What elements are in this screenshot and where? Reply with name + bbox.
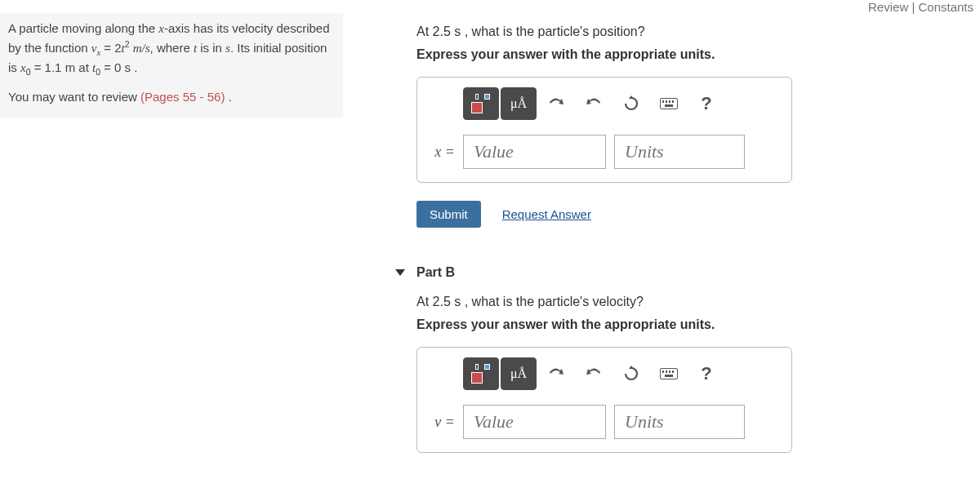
part-b-variable: v = (430, 414, 455, 431)
part-b-header[interactable]: Part B (395, 265, 972, 280)
pages-link[interactable]: (Pages 55 - 56) (140, 90, 225, 104)
templates-button[interactable] (463, 87, 499, 120)
review-prefix: You may want to review (8, 90, 140, 104)
review-suffix: . (225, 90, 231, 104)
answer-panel: At 2.5 s , what is the particle's positi… (376, 0, 972, 453)
redo-icon (586, 367, 602, 380)
part-a-answer-box: μÅ ? x = (416, 77, 792, 183)
problem-text: A particle moving along the x-axis has i… (8, 20, 333, 78)
templates-icon (471, 364, 491, 384)
units-symbol-button[interactable]: μÅ (501, 357, 537, 390)
templates-icon (471, 94, 491, 113)
part-a-input-row: x = (430, 135, 778, 169)
part-b-units-input[interactable] (614, 405, 745, 439)
units-symbol-button[interactable]: μÅ (501, 87, 537, 120)
part-b-answer-box: μÅ ? v = (416, 347, 792, 453)
part-a-variable: x = (430, 144, 455, 161)
part-a-toolbar: μÅ ? (463, 87, 778, 120)
review-hint: You may want to review (Pages 55 - 56) . (8, 88, 333, 106)
chevron-down-icon (395, 269, 405, 276)
undo-button[interactable] (538, 87, 574, 120)
part-a-value-input[interactable] (463, 135, 606, 169)
part-a-submit-row: Submit Request Answer (416, 201, 972, 228)
redo-button[interactable] (576, 87, 612, 120)
problem-statement-panel: A particle moving along the x-axis has i… (0, 13, 343, 118)
part-a-units-input[interactable] (614, 135, 745, 169)
part-b-value-input[interactable] (463, 405, 606, 439)
undo-button[interactable] (538, 357, 574, 390)
part-b-toolbar: μÅ ? (463, 357, 778, 390)
keyboard-button[interactable] (651, 87, 687, 120)
reset-button[interactable] (613, 87, 649, 120)
reset-button[interactable] (613, 357, 649, 390)
part-a-instruction: Express your answer with the appropriate… (416, 47, 972, 62)
reset-icon (623, 95, 639, 112)
part-b-instruction: Express your answer with the appropriate… (416, 317, 972, 332)
part-b-input-row: v = (430, 405, 778, 439)
keyboard-button[interactable] (651, 357, 687, 390)
help-button[interactable]: ? (688, 87, 724, 120)
keyboard-icon (660, 368, 678, 379)
templates-button[interactable] (463, 357, 499, 390)
redo-icon (586, 97, 602, 110)
request-answer-link[interactable]: Request Answer (502, 207, 591, 221)
undo-icon (548, 367, 564, 380)
submit-button[interactable]: Submit (416, 201, 481, 228)
reset-icon (623, 366, 639, 382)
part-b-question: At 2.5 s , what is the particle's veloci… (416, 295, 972, 309)
part-b-title: Part B (416, 265, 455, 280)
help-button[interactable]: ? (688, 357, 724, 390)
undo-icon (548, 97, 564, 110)
redo-button[interactable] (576, 357, 612, 390)
part-a-question: At 2.5 s , what is the particle's positi… (416, 24, 972, 39)
keyboard-icon (660, 98, 678, 109)
